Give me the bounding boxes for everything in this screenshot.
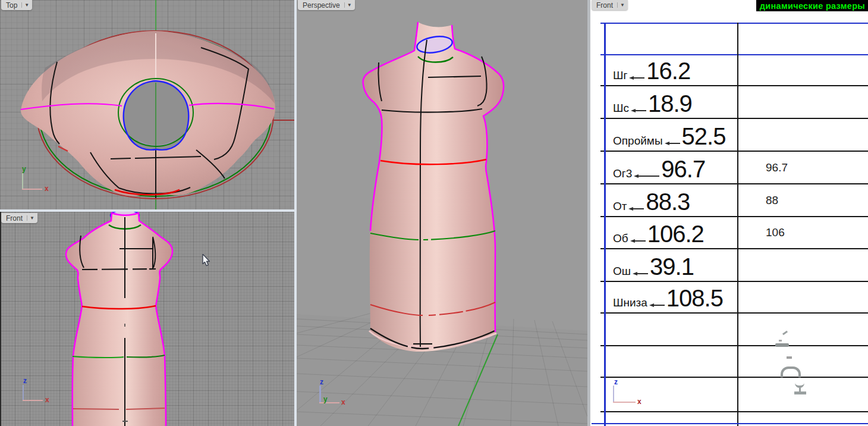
measure-name: Ог3 <box>613 167 632 180</box>
ref-value: 96.7 <box>766 161 788 174</box>
table-column-divider <box>737 23 738 426</box>
leader-arrow-icon <box>631 107 647 112</box>
axis-y-label: y <box>323 396 328 403</box>
measure-name: Шниза <box>613 296 647 309</box>
measure-name: Ош <box>613 265 631 278</box>
table-row: От88.3 88 <box>600 184 868 217</box>
viewport-splitter-horizontal[interactable] <box>0 209 294 212</box>
axis-y-label: y <box>22 165 26 173</box>
measure-name: Об <box>613 232 628 245</box>
viewport-tab-top[interactable]: Top ▼ <box>1 0 32 10</box>
dynamic-sizes-title: динамические размеры <box>756 0 868 11</box>
measure-value: 96.7 <box>661 159 705 179</box>
measure-value: 39.1 <box>650 257 694 277</box>
axis-gizmo-front: z x <box>18 377 54 406</box>
table-row: Ош39.1 <box>600 249 868 282</box>
table-row <box>600 314 868 346</box>
measurements-table: Шг16.2 Шс18.9 Опроймы52.5 Ог396.7 96.7 О… <box>600 23 868 425</box>
viewport-tab-front-right[interactable]: Front ▼ <box>592 0 628 10</box>
axis-gizmo-perspective: z y x <box>313 380 361 409</box>
leader-arrow-icon <box>665 140 681 145</box>
rhino-window: y x <box>0 0 868 426</box>
axis-x-label: x <box>341 399 345 406</box>
table-left-border <box>604 23 606 426</box>
measure-value: 16.2 <box>646 61 690 81</box>
mannequin-perspective <box>363 22 504 352</box>
axis-x-label: x <box>45 185 49 192</box>
axis-z-label: z <box>23 377 27 384</box>
axis-gizmo-front-right: z x <box>611 380 653 409</box>
measure-value: 18.9 <box>648 94 692 114</box>
leader-arrow-icon <box>633 270 649 275</box>
viewport-tab-label: Front <box>596 1 617 10</box>
leader-arrow-icon <box>634 173 660 178</box>
table-row <box>600 24 868 55</box>
table-row: Ог396.7 96.7 <box>600 152 868 184</box>
chevron-down-icon[interactable]: ▼ <box>344 2 354 8</box>
viewport-tab-perspective[interactable]: Perspective ▼ <box>298 0 355 10</box>
axis-z-label: z <box>614 378 618 386</box>
ref-value: 106 <box>766 226 785 239</box>
measure-value: 108.5 <box>666 289 723 308</box>
table-row: Шс18.9 <box>600 86 868 119</box>
perspective-canvas <box>297 0 587 426</box>
chevron-down-icon[interactable]: ▼ <box>21 2 31 8</box>
viewport-top[interactable]: y x <box>0 0 295 209</box>
measure-value: 106.2 <box>647 224 704 244</box>
chevron-down-icon[interactable]: ▼ <box>617 2 627 8</box>
table-row: Об106.2 106 <box>600 217 868 249</box>
axis-x-label: x <box>45 396 49 403</box>
viewport-tab-label: Perspective <box>303 1 344 10</box>
viewport-perspective[interactable]: z y x <box>297 0 587 426</box>
mouse-cursor <box>202 254 212 270</box>
measure-name: Шг <box>613 69 627 82</box>
leader-arrow-icon <box>649 302 665 307</box>
leader-arrow-icon <box>628 205 644 211</box>
measure-name: Опроймы <box>613 134 663 148</box>
viewport-tab-front[interactable]: Front ▼ <box>1 213 37 223</box>
viewport-tab-label: Front <box>6 214 27 223</box>
leader-arrow-icon <box>630 237 646 243</box>
axis-z-label: z <box>320 378 323 386</box>
axis-gizmo-top: y x <box>18 165 54 194</box>
measure-name: От <box>613 200 627 213</box>
viewport-tab-label: Top <box>6 1 21 10</box>
leader-arrow-icon <box>629 74 645 80</box>
measure-name: Шс <box>613 102 629 115</box>
table-row: Опроймы52.5 <box>600 119 868 152</box>
table-row <box>600 346 868 378</box>
ref-value: 88 <box>766 194 778 207</box>
viewport-splitter-vertical[interactable] <box>294 0 297 426</box>
chevron-down-icon[interactable]: ▼ <box>27 215 36 221</box>
mannequin-front <box>66 212 172 426</box>
axis-x-label: x <box>637 398 641 405</box>
table-bottom-border <box>592 423 868 424</box>
table-row: Шг16.2 <box>600 55 868 86</box>
viewport-front[interactable]: z x <box>0 212 295 426</box>
measure-value: 52.5 <box>682 127 726 146</box>
table-row: Шниза108.5 <box>600 282 868 314</box>
viewport-splitter-vertical-2[interactable] <box>587 0 590 426</box>
measure-value: 88.3 <box>646 192 690 212</box>
